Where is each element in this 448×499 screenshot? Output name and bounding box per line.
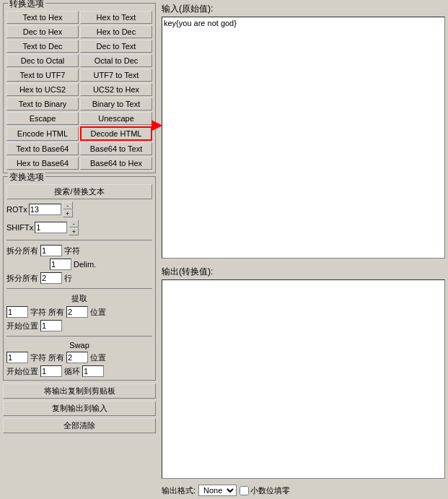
shiftx-label: SHIFTx — [6, 223, 33, 232]
split-all-row: 拆分所有 字符 — [6, 245, 152, 256]
swap-start-label: 开始位置 — [6, 366, 38, 377]
ucs2-to-hex-button[interactable]: UCS2 to Hex — [80, 83, 152, 96]
rotx-row: ROTx - + — [6, 201, 152, 217]
shiftx-increment[interactable]: + — [69, 227, 79, 235]
split-char-label: 字符 — [64, 246, 80, 256]
conversion-options-group: 转换选项 Text to Hex Hex to Text Dec to Hex … — [3, 3, 156, 173]
arrow-indicator: ▶ — [151, 116, 162, 133]
output-section: 输出(转换值): — [162, 266, 445, 479]
split-delim-label: Delim. — [74, 260, 96, 269]
swap-row1: 字符 所有 位置 — [6, 352, 152, 363]
swap-loop-label: 循环 — [64, 366, 80, 377]
start-pos-label: 开始位置 — [6, 321, 38, 331]
output-textarea[interactable] — [162, 279, 445, 479]
escape-button[interactable]: Escape — [6, 112, 79, 125]
keep-all-row: 拆分所有 行 — [6, 272, 152, 284]
extract-char1-input[interactable] — [6, 306, 28, 318]
dec-to-hex-button[interactable]: Dec to Hex — [6, 25, 79, 38]
output-format-select[interactable]: None — [198, 485, 237, 496]
dec-to-octal-button[interactable]: Dec to Octal — [6, 54, 79, 67]
keep-row-label: 行 — [64, 273, 72, 284]
extract-all-label: 字符 所有 — [30, 307, 64, 318]
swap-start-input[interactable] — [40, 365, 62, 377]
conversion-options-title: 转换选项 — [8, 0, 45, 10]
dec-to-text-button[interactable]: Dec to Text — [80, 40, 152, 53]
search-replace-button[interactable]: 搜索/替换文本 — [6, 184, 152, 199]
shiftx-input[interactable] — [35, 222, 67, 233]
hex-to-base64-button[interactable]: Hex to Base64 — [6, 157, 79, 170]
rotx-label: ROTx — [6, 205, 27, 214]
output-format-bar: 输出格式: None 小数位填零 — [162, 485, 445, 496]
encode-html-button[interactable]: Encode HTML — [6, 126, 79, 141]
unescape-button[interactable]: Unescape — [80, 112, 152, 125]
decimal-places-text: 小数位填零 — [250, 485, 290, 496]
keep-all-input[interactable] — [40, 272, 62, 284]
output-format-label: 输出格式: — [162, 485, 196, 496]
keep-all-label: 拆分所有 — [6, 273, 38, 284]
text-to-binary-button[interactable]: Text to Binary — [6, 97, 79, 110]
swap-pos-label: 位置 — [90, 352, 106, 363]
text-to-base64-button[interactable]: Text to Base64 — [6, 142, 79, 155]
split-all-label: 拆分所有 — [6, 246, 38, 256]
decimal-places-label[interactable]: 小数位填零 — [240, 485, 290, 496]
swap-label: Swap — [69, 341, 89, 350]
input-section: 输入(原始值): key{you are not god} — [162, 3, 445, 259]
extract-row2: 开始位置 — [6, 320, 152, 331]
action-buttons-group: 将输出复制到剪贴板 复制输出到输入 全部清除 — [3, 383, 156, 433]
rotx-increment[interactable]: + — [63, 209, 73, 217]
extract-pos-input[interactable] — [66, 306, 88, 318]
var-options-group: 变换选项 搜索/替换文本 ROTx - + SHIFTx — [3, 176, 156, 381]
text-to-dec-button[interactable]: Text to Dec — [6, 40, 79, 53]
input-textarea[interactable]: key{you are not god} — [162, 17, 445, 259]
hex-to-dec-button[interactable]: Hex to Dec — [80, 25, 152, 38]
split-all-input[interactable] — [40, 245, 62, 256]
swap-loop-input[interactable] — [82, 365, 104, 377]
rotx-input[interactable] — [29, 204, 61, 215]
input-label: 输入(原始值): — [162, 3, 445, 15]
base64-to-hex-button[interactable]: Base64 to Hex — [80, 157, 152, 170]
var-options-title: 变换选项 — [8, 171, 45, 183]
copy-output-button[interactable]: 将输出复制到剪贴板 — [3, 383, 156, 399]
copy-to-input-button[interactable]: 复制输出到输入 — [3, 401, 156, 416]
utf7-to-text-button[interactable]: UTF7 to Text — [80, 69, 152, 82]
swap-pos-input[interactable] — [66, 352, 88, 363]
extract-pos-label: 位置 — [90, 307, 106, 318]
clear-all-button[interactable]: 全部清除 — [3, 418, 156, 433]
decimal-places-checkbox[interactable] — [240, 486, 249, 495]
extract-row1: 字符 所有 位置 — [6, 306, 152, 318]
split-delim-row: Delim. — [6, 259, 152, 270]
decode-html-button[interactable]: Decode HTML — [80, 126, 152, 141]
shiftx-row: SHIFTx - + — [6, 220, 152, 235]
binary-to-text-button[interactable]: Binary to Text — [80, 97, 152, 110]
extract-label: 提取 — [71, 293, 87, 304]
output-label: 输出(转换值): — [162, 266, 445, 278]
shiftx-decrement[interactable]: - — [69, 220, 79, 227]
hex-to-ucs2-button[interactable]: Hex to UCS2 — [6, 83, 79, 96]
octal-to-dec-button[interactable]: Octal to Dec — [80, 54, 152, 67]
text-to-hex-button[interactable]: Text to Hex — [6, 11, 79, 24]
right-panel: 输入(原始值): key{you are not god} 输出(转换值): 输… — [159, 0, 448, 499]
conversion-buttons-grid: Text to Hex Hex to Text Dec to Hex Hex t… — [6, 11, 152, 170]
start-pos-input[interactable] — [40, 320, 62, 331]
rotx-decrement[interactable]: - — [63, 201, 73, 209]
split-delim-input[interactable] — [50, 259, 71, 270]
swap-char1-input[interactable] — [6, 352, 28, 363]
swap-row2: 开始位置 循环 — [6, 365, 152, 377]
text-to-utf7-button[interactable]: Text to UTF7 — [6, 69, 79, 82]
base64-to-text-button[interactable]: Base64 to Text — [80, 142, 152, 155]
swap-all-label: 字符 所有 — [30, 352, 64, 363]
hex-to-text-button[interactable]: Hex to Text — [80, 11, 152, 24]
